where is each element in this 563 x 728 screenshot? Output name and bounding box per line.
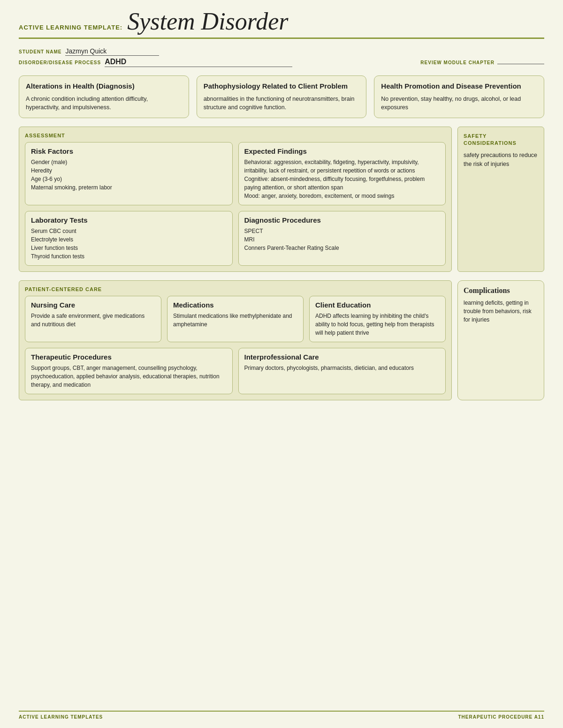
medications-content: Stimulant medications like methylphenida…	[173, 312, 297, 329]
student-info: STUDENT NAME Jazmyn Quick DISORDER/DISEA…	[19, 47, 544, 67]
top-boxes: Alterations in Health (Diagnosis) A chro…	[19, 75, 544, 118]
page: ACTIVE LEARNING TEMPLATE: System Disorde…	[0, 0, 563, 728]
complications-area: Complications learning deficits, getting…	[457, 280, 544, 400]
diagnostic-procedures-box: Diagnostic Procedures SPECT MRI Conners …	[238, 211, 446, 266]
assessment-grid: Risk Factors Gender (male) Heredity Age …	[25, 142, 446, 266]
diagnostic-procedures-content: SPECT MRI Conners Parent-Teacher Rating …	[244, 227, 440, 252]
therapeutic-procedures-content: Support groups, CBT, anger management, c…	[31, 364, 227, 389]
box-health-promotion-title: Health Promotion and Disease Prevention	[381, 82, 537, 91]
assessment-area: ASSESSMENT Risk Factors Gender (male) He…	[19, 127, 452, 272]
laboratory-tests-box: Laboratory Tests Serum CBC count Electro…	[25, 211, 233, 266]
pcc-section-header: PATIENT-CENTERED CARE	[25, 286, 446, 292]
disorder-row: DISORDER/DISEASE PROCESS ADHD REVIEW MOD…	[19, 58, 544, 67]
medications-title: Medications	[173, 301, 297, 309]
safety-area: SAFETY CONSIDERATIONS safety precautions…	[457, 127, 544, 272]
box-health-promotion: Health Promotion and Disease Prevention …	[374, 75, 544, 118]
expected-findings-content: Behavioral: aggression, excitability, fi…	[244, 158, 440, 200]
box-alterations-title: Alterations in Health (Diagnosis)	[26, 82, 182, 91]
nursing-care-content: Provide a safe environment, give medicat…	[31, 312, 155, 329]
safety-content: safety precautions to reduce the risk of…	[464, 151, 538, 169]
client-education-content: ADHD affects learning by inhibiting the …	[315, 312, 440, 337]
box-pathophysiology-title: Pathophysiology Related to Client Proble…	[204, 82, 360, 91]
box-alterations-content: A chronic condition including attention …	[26, 95, 182, 113]
interprofessional-care-box: Interprofessional Care Primary doctors, …	[238, 348, 446, 394]
assessment-safety-row: ASSESSMENT Risk Factors Gender (male) He…	[19, 127, 544, 272]
footer: ACTIVE LEARNING TEMPLATES THERAPEUTIC PR…	[19, 711, 544, 720]
review-label: REVIEW MODULE CHAPTER	[420, 60, 495, 65]
box-alterations: Alterations in Health (Diagnosis) A chro…	[19, 75, 189, 118]
student-name-label: STUDENT NAME	[19, 49, 61, 54]
risk-factors-box: Risk Factors Gender (male) Heredity Age …	[25, 142, 233, 205]
box-health-promotion-content: No prevention, stay healthy, no drugs, a…	[381, 95, 537, 113]
diagnostic-procedures-title: Diagnostic Procedures	[244, 216, 440, 224]
header: ACTIVE LEARNING TEMPLATE: System Disorde…	[19, 9, 544, 39]
complications-title: Complications	[464, 286, 538, 295]
expected-findings-title: Expected Findings	[244, 147, 440, 155]
footer-left: ACTIVE LEARNING TEMPLATES	[19, 714, 103, 720]
pcc-grid-bottom: Therapeutic Procedures Support groups, C…	[25, 348, 446, 394]
pcc-grid-top: Nursing Care Provide a safe environment,…	[25, 296, 446, 342]
risk-factors-title: Risk Factors	[31, 147, 227, 155]
medications-box: Medications Stimulant medications like m…	[167, 296, 304, 342]
interprofessional-care-content: Primary doctors, phycologists, pharmacis…	[244, 364, 440, 372]
therapeutic-procedures-box: Therapeutic Procedures Support groups, C…	[25, 348, 233, 394]
safety-title: SAFETY CONSIDERATIONS	[464, 133, 538, 147]
client-education-box: Client Education ADHD affects learning b…	[309, 296, 446, 342]
nursing-care-box: Nursing Care Provide a safe environment,…	[25, 296, 161, 342]
header-label: ACTIVE LEARNING TEMPLATE:	[19, 24, 122, 31]
review-value	[497, 64, 544, 64]
complications-content: learning deficits, getting in trouble fr…	[464, 299, 538, 324]
client-education-title: Client Education	[315, 301, 440, 309]
student-name-row: STUDENT NAME Jazmyn Quick	[19, 47, 544, 56]
assessment-section-header: ASSESSMENT	[25, 133, 446, 138]
therapeutic-procedures-title: Therapeutic Procedures	[31, 353, 227, 361]
box-pathophysiology-content: abnormalities in the functioning of neur…	[204, 95, 360, 113]
disorder-value: ADHD	[105, 58, 292, 67]
pcc-complications-row: PATIENT-CENTERED CARE Nursing Care Provi…	[19, 280, 544, 400]
footer-right: THERAPEUTIC PROCEDURE A11	[458, 714, 544, 720]
laboratory-tests-content: Serum CBC count Electrolyte levels Liver…	[31, 227, 227, 261]
risk-factors-content: Gender (male) Heredity Age (3-6 yo) Mate…	[31, 158, 227, 192]
review-section: REVIEW MODULE CHAPTER	[420, 60, 544, 65]
laboratory-tests-title: Laboratory Tests	[31, 216, 227, 224]
nursing-care-title: Nursing Care	[31, 301, 155, 309]
student-name-value: Jazmyn Quick	[65, 47, 159, 56]
expected-findings-box: Expected Findings Behavioral: aggression…	[238, 142, 446, 205]
interprofessional-care-title: Interprofessional Care	[244, 353, 440, 361]
pcc-area: PATIENT-CENTERED CARE Nursing Care Provi…	[19, 280, 452, 400]
header-title: System Disorder	[127, 9, 288, 34]
disorder-label: DISORDER/DISEASE PROCESS	[19, 60, 101, 65]
box-pathophysiology: Pathophysiology Related to Client Proble…	[197, 75, 367, 118]
